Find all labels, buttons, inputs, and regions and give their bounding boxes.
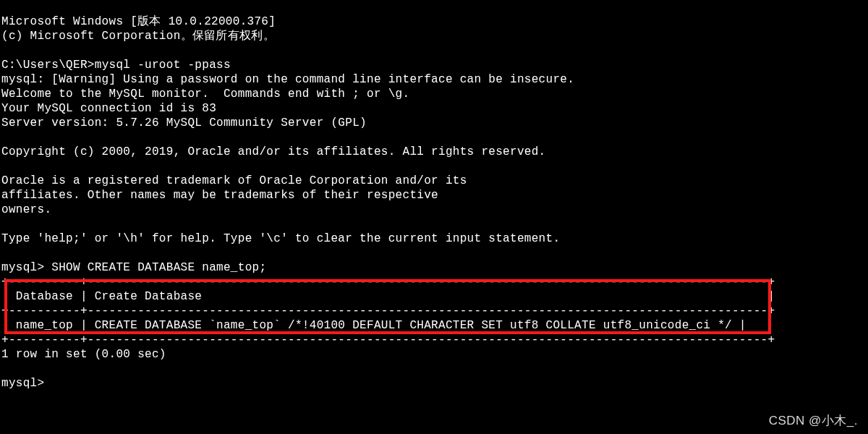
terminal-output[interactable]: Microsoft Windows [版本 10.0.22000.376] (c…	[0, 0, 868, 391]
table-separator: +----------+----------------------------…	[1, 276, 775, 289]
oracle-trademark-2: affiliates. Other names may be trademark…	[1, 189, 438, 202]
copyright-line: (c) Microsoft Corporation。保留所有权利。	[1, 30, 275, 43]
rows-in-set: 1 row in set (0.00 sec)	[1, 348, 166, 361]
oracle-trademark-3: owners.	[1, 203, 51, 216]
mysql-help-hint: Type 'help;' or '\h' for help. Type '\c'…	[1, 232, 560, 245]
table-separator: +----------+----------------------------…	[1, 305, 775, 318]
watermark-text: CSDN @小木_.	[769, 413, 858, 428]
mysql-server-version: Server version: 5.7.26 MySQL Community S…	[1, 116, 367, 129]
oracle-copyright: Copyright (c) 2000, 2019, Oracle and/or …	[1, 145, 546, 158]
sql-statement: SHOW CREATE DATABASE name_top;	[51, 261, 266, 274]
mysql-connection-id: Your MySQL connection id is 83	[1, 102, 216, 115]
table-header-row: | Database | Create Database |	[1, 290, 775, 303]
oracle-trademark-1: Oracle is a registered trademark of Orac…	[1, 174, 467, 187]
os-banner-line: Microsoft Windows [版本 10.0.22000.376]	[1, 15, 276, 28]
table-separator: +----------+----------------------------…	[1, 333, 775, 346]
mysql-prompt: mysql>	[1, 261, 51, 274]
cmd-prompt: C:\Users\QER>	[1, 59, 95, 72]
cmd-input: mysql -uroot -ppass	[95, 59, 231, 72]
table-data-row: | name_top | CREATE DATABASE `name_top` …	[1, 319, 746, 332]
mysql-prompt: mysql>	[1, 377, 44, 390]
mysql-welcome: Welcome to the MySQL monitor. Commands e…	[1, 88, 409, 101]
mysql-warning: mysql: [Warning] Using a password on the…	[1, 73, 574, 86]
